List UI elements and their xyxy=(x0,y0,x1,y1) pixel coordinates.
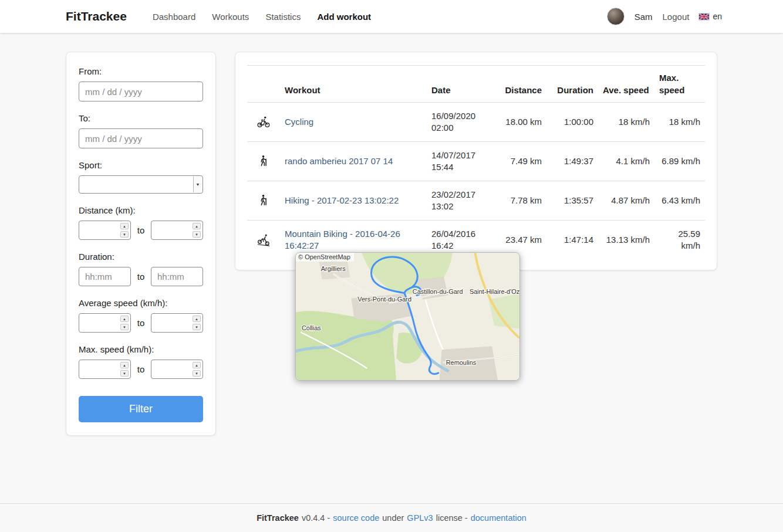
distance-cell: 18.00 km xyxy=(492,103,546,142)
range-to-text: to xyxy=(137,364,145,374)
date-to-input[interactable] xyxy=(79,128,203,148)
filter-group-sport: Sport: ▼ xyxy=(79,160,203,194)
distance-from-stepper: ▲ ▼ xyxy=(79,221,131,240)
workout-row: Hiking - 2017-02-23 13:02:22 23/02/2017 … xyxy=(247,181,705,221)
workout-link[interactable]: rando amberieu 2017 07 14 xyxy=(285,156,393,166)
spin-down-icon[interactable]: ▼ xyxy=(120,370,129,377)
spin-down-icon[interactable]: ▼ xyxy=(120,231,129,238)
chevron-down-icon[interactable]: ▼ xyxy=(193,177,202,192)
duration-cell: 1:49:37 xyxy=(546,142,598,181)
sport-cell xyxy=(247,221,280,260)
header-ave-speed: Ave. speed xyxy=(598,66,654,103)
avg-speed-from-stepper: ▲ ▼ xyxy=(79,313,131,333)
footer-license-text: license - xyxy=(436,513,468,523)
ave-speed-cell: 4.87 km/h xyxy=(598,181,654,221)
spin-up-icon[interactable]: ▲ xyxy=(120,362,129,368)
nav-item-add-workout[interactable]: Add workout xyxy=(317,12,371,22)
sport-cell xyxy=(247,103,280,142)
filters-panel: From: To: Sport: ▼ Distance (km): ▲ ▼ xyxy=(66,52,216,436)
header-max-speed: Max. speed xyxy=(654,66,705,103)
hiking-sport-icon xyxy=(257,155,270,168)
duration-cell: 1:35:57 xyxy=(546,181,598,221)
max-speed-to-stepper: ▲ ▼ xyxy=(151,360,203,379)
duration-cell: 1:47:14 xyxy=(546,221,598,260)
license-link[interactable]: GPLv3 xyxy=(407,513,433,523)
filter-button[interactable]: Filter xyxy=(79,396,203,422)
workout-link[interactable]: Mountain Biking - 2016-04-26 16:42:27 xyxy=(285,229,400,250)
workout-link[interactable]: Hiking - 2017-02-23 13:02:22 xyxy=(285,195,399,205)
range-to-text: to xyxy=(137,318,145,328)
workout-cell: Hiking - 2017-02-23 13:02:22 xyxy=(280,181,427,221)
footer-under-text: under xyxy=(382,513,404,523)
map-label: Saint-Hilaire-d'Ozilhan xyxy=(470,288,519,295)
workout-row: rando amberieu 2017 07 14 14/07/2017 15:… xyxy=(247,142,705,181)
workout-link[interactable]: Cycling xyxy=(285,117,313,127)
filter-group-from: From: xyxy=(79,66,203,101)
header-date: Date xyxy=(427,66,492,103)
language-code: en xyxy=(713,12,722,21)
ave-speed-cell: 18 km/h xyxy=(598,103,654,142)
source-code-link[interactable]: source code xyxy=(333,513,379,523)
spin-up-icon[interactable]: ▲ xyxy=(193,362,201,368)
workout-row: Cycling 16/09/2020 02:00 18.00 km 1:00:0… xyxy=(247,103,705,142)
documentation-link[interactable]: documentation xyxy=(471,513,526,523)
mountain-biking-sport-icon xyxy=(257,233,270,246)
duration-cell: 1:00:00 xyxy=(546,103,598,142)
table-header-row: Workout Date Distance Duration Ave. spee… xyxy=(247,66,705,103)
date-from-input[interactable] xyxy=(79,82,203,101)
avg-speed-label: Average speed (km/h): xyxy=(79,298,203,308)
spin-up-icon[interactable]: ▲ xyxy=(193,223,201,229)
header-duration: Duration xyxy=(546,66,598,103)
spin-up-icon[interactable]: ▲ xyxy=(120,316,129,322)
nav-logout[interactable]: Logout xyxy=(663,12,690,22)
filter-group-to: To: xyxy=(79,113,203,148)
distance-label: Distance (km): xyxy=(79,205,203,215)
workouts-table: Workout Date Distance Duration Ave. spee… xyxy=(247,65,705,259)
filter-group-max-speed: Max. speed (km/h): ▲ ▼ to ▲ ▼ xyxy=(79,344,203,379)
map-popup: © OpenStreetMap Argilliers Vers-Pont-du-… xyxy=(295,252,520,381)
map-label: Vers-Pont-du-Gard xyxy=(357,296,411,303)
filter-group-distance: Distance (km): ▲ ▼ to ▲ ▼ xyxy=(79,205,203,240)
nav-username[interactable]: Sam xyxy=(635,12,653,22)
cycling-sport-icon xyxy=(257,116,270,128)
spin-down-icon[interactable]: ▼ xyxy=(193,370,201,377)
footer-brand: FitTrackee xyxy=(256,513,299,523)
language-switcher[interactable]: en xyxy=(699,12,722,21)
max-speed-cell: 6.89 km/h xyxy=(654,142,705,181)
spin-up-icon[interactable]: ▲ xyxy=(193,316,201,322)
footer-version: v0.4.4 - xyxy=(302,513,330,523)
duration-to-input[interactable] xyxy=(151,267,203,286)
date-cell: 23/02/2017 13:02 xyxy=(427,181,492,221)
duration-from-input[interactable] xyxy=(79,267,131,286)
navbar-right: Sam Logout en xyxy=(607,8,722,25)
osm-attribution-link[interactable]: © OpenStreetMap xyxy=(296,253,354,262)
map-label: Collias xyxy=(302,324,321,331)
app-brand[interactable]: FitTrackee xyxy=(66,9,127,23)
header-sport xyxy=(247,66,280,103)
ave-speed-cell: 13.13 km/h xyxy=(598,221,654,260)
spin-down-icon[interactable]: ▼ xyxy=(193,324,201,330)
footer: FitTrackee v0.4.4 - source code under GP… xyxy=(0,503,783,532)
route-map: Argilliers Vers-Pont-du-Gard Castillon-d… xyxy=(296,253,519,381)
spin-down-icon[interactable]: ▼ xyxy=(120,324,129,330)
navbar: FitTrackee Dashboard Workouts Statistics… xyxy=(0,0,783,33)
map-label: Remoulins xyxy=(446,359,477,366)
range-to-text: to xyxy=(137,272,145,282)
nav-item-dashboard[interactable]: Dashboard xyxy=(153,12,195,22)
spin-down-icon[interactable]: ▼ xyxy=(193,231,201,238)
distance-cell: 7.49 km xyxy=(492,142,546,181)
user-avatar[interactable] xyxy=(607,8,625,25)
map-label: Castillon-du-Gard xyxy=(413,288,463,295)
uk-flag-icon xyxy=(699,13,709,20)
nav-item-workouts[interactable]: Workouts xyxy=(212,12,249,22)
from-label: From: xyxy=(79,66,203,76)
header-distance: Distance xyxy=(492,66,546,103)
workout-cell: rando amberieu 2017 07 14 xyxy=(280,142,427,181)
date-cell: 14/07/2017 15:44 xyxy=(427,142,492,181)
avg-speed-to-stepper: ▲ ▼ xyxy=(151,313,203,333)
nav-item-statistics[interactable]: Statistics xyxy=(265,12,301,22)
sport-select[interactable]: ▼ xyxy=(79,175,203,194)
max-speed-cell: 6.43 km/h xyxy=(654,181,705,221)
spin-up-icon[interactable]: ▲ xyxy=(120,223,129,229)
max-speed-cell: 18 km/h xyxy=(654,103,705,142)
